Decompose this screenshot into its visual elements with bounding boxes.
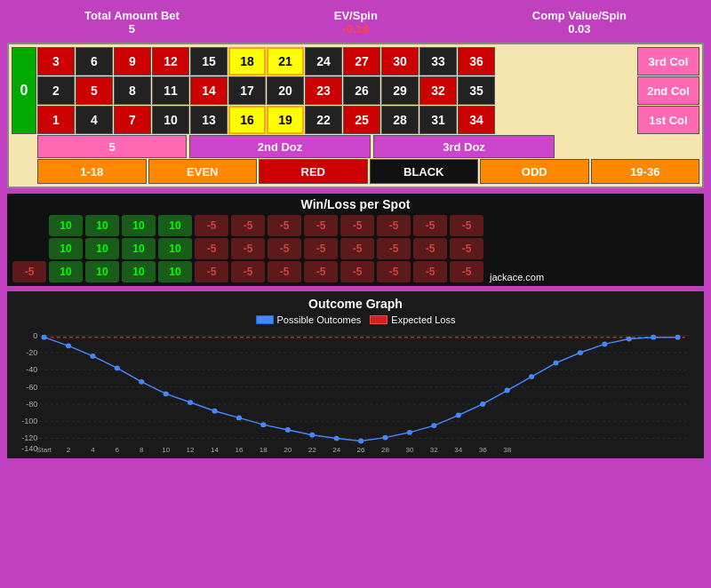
wl-cell-11-1: -5	[413, 238, 447, 259]
legend-red-box	[370, 315, 387, 324]
svg-text:18: 18	[260, 446, 268, 453]
legend-expected-label: Expected Loss	[391, 314, 455, 325]
svg-text:4: 4	[91, 446, 95, 453]
dozen-second[interactable]: 2nd Doz	[189, 135, 371, 158]
svg-text:38: 38	[503, 446, 512, 453]
svg-text:26: 26	[357, 446, 366, 453]
num-cell-31[interactable]: 31	[419, 106, 457, 134]
num-cell-4[interactable]: 4	[76, 106, 113, 134]
num-cell-1[interactable]: 1	[37, 106, 75, 134]
num-cell-20[interactable]: 20	[267, 76, 304, 105]
wl-cell-2-2: 10	[85, 261, 119, 282]
num-cell-30[interactable]: 30	[381, 47, 419, 75]
num-cell-6[interactable]: 6	[76, 47, 113, 75]
num-cell-16[interactable]: 16	[228, 106, 266, 134]
wl-cell-6-1: -5	[231, 238, 265, 259]
svg-point-40	[627, 337, 632, 342]
wl-cell-0-2: -5	[12, 261, 46, 282]
num-cell-10[interactable]: 10	[152, 106, 189, 134]
bet-black[interactable]: BLACK	[370, 159, 479, 184]
num-cell-3[interactable]: 3	[37, 47, 75, 75]
numbers-row-2: 147101316192225283134	[37, 106, 636, 134]
svg-point-41	[651, 335, 656, 340]
bet-19-36[interactable]: 19-36	[591, 159, 700, 184]
col-2nd[interactable]: 2nd Col	[637, 76, 699, 105]
num-cell-27[interactable]: 27	[343, 47, 380, 75]
svg-text:-120: -120	[21, 434, 37, 443]
wl-col-8: -5-5-5	[304, 215, 338, 282]
num-cell-15[interactable]: 15	[190, 47, 228, 75]
num-cell-35[interactable]: 35	[458, 76, 495, 105]
num-cell-18[interactable]: 18	[228, 47, 266, 75]
bet-odd[interactable]: ODD	[480, 159, 589, 184]
num-cell-26[interactable]: 26	[343, 76, 380, 105]
num-cell-14[interactable]: 14	[190, 76, 228, 105]
wl-cell-7-2: -5	[268, 261, 301, 282]
numbers-grid: 3691215182124273033362581114172023262932…	[37, 47, 636, 134]
num-cell-23[interactable]: 23	[305, 76, 342, 105]
num-cell-24[interactable]: 24	[305, 47, 342, 75]
svg-text:28: 28	[381, 446, 390, 453]
svg-text:16: 16	[235, 446, 244, 453]
stats-row: Total Amount Bet 5 EV/Spin -0.14 Comp Va…	[7, 7, 704, 37]
dozen-first[interactable]: 5	[37, 135, 187, 158]
num-cell-21[interactable]: 21	[267, 47, 304, 75]
comp-value-block: Comp Value/Spin 0.03	[532, 9, 627, 36]
col-1st[interactable]: 1st Col	[637, 106, 699, 134]
zero-cell[interactable]: 0	[12, 47, 36, 134]
wl-cell-3-1: 10	[122, 238, 156, 259]
svg-text:-80: -80	[26, 400, 37, 409]
svg-point-26	[285, 427, 291, 433]
num-cell-5[interactable]: 5	[76, 76, 113, 105]
main-container: Total Amount Bet 5 EV/Spin -0.14 Comp Va…	[0, 0, 711, 465]
outside-row: 1-18 EVEN RED BLACK ODD 19-36	[37, 159, 699, 184]
num-cell-9[interactable]: 9	[114, 47, 151, 75]
roulette-board: 0 36912151821242730333625811141720232629…	[7, 43, 704, 188]
svg-point-37	[553, 361, 558, 366]
wl-cell-3-0: 10	[122, 215, 156, 236]
num-cell-19[interactable]: 19	[267, 106, 304, 134]
dozen-third[interactable]: 3rd Doz	[373, 135, 555, 158]
svg-text:32: 32	[430, 446, 438, 453]
num-cell-11[interactable]: 11	[152, 76, 189, 105]
wl-cell-1-0: 10	[49, 215, 83, 236]
num-cell-36[interactable]: 36	[458, 47, 495, 75]
svg-text:Start: Start	[36, 446, 52, 453]
num-cell-25[interactable]: 25	[343, 106, 380, 134]
dozens-row: 5 2nd Doz 3rd Doz	[37, 135, 699, 158]
ev-label: EV/Spin	[334, 9, 378, 22]
svg-text:20: 20	[284, 446, 292, 453]
num-cell-2[interactable]: 2	[37, 76, 75, 105]
wl-cell-10-2: -5	[377, 261, 411, 282]
wl-col-2: 101010	[85, 215, 119, 282]
num-cell-29[interactable]: 29	[381, 76, 419, 105]
wl-col-1: 101010	[49, 215, 83, 282]
num-cell-8[interactable]: 8	[114, 76, 151, 105]
numbers-row-1: 258111417202326293235	[37, 76, 636, 105]
num-cell-22[interactable]: 22	[305, 106, 342, 134]
wl-cell-9-2: -5	[340, 261, 374, 282]
num-cell-34[interactable]: 34	[458, 106, 495, 134]
num-cell-33[interactable]: 33	[419, 47, 457, 75]
jackace-label: jackace.com	[490, 272, 544, 282]
legend-possible-label: Possible Outcomes	[277, 314, 362, 325]
wl-cell-2-0: 10	[85, 215, 119, 236]
svg-point-24	[236, 416, 242, 421]
bet-red[interactable]: RED	[259, 159, 368, 184]
graph-section: Outcome Graph Possible Outcomes Expected…	[7, 291, 704, 458]
num-cell-17[interactable]: 17	[228, 76, 266, 105]
svg-text:14: 14	[211, 446, 220, 453]
num-cell-7[interactable]: 7	[114, 106, 151, 134]
num-cell-28[interactable]: 28	[381, 106, 419, 134]
col-3rd[interactable]: 3rd Col	[637, 47, 699, 75]
graph-area: 0 -20 -40 -60 -80 -100 -120 -140	[12, 329, 699, 453]
svg-point-16	[42, 335, 47, 340]
num-cell-12[interactable]: 12	[152, 47, 189, 75]
svg-text:12: 12	[187, 446, 195, 453]
bet-even[interactable]: EVEN	[148, 159, 258, 184]
num-cell-13[interactable]: 13	[190, 106, 228, 134]
bet-1-18[interactable]: 1-18	[37, 159, 147, 184]
wl-col-5: -5-5-5	[195, 215, 228, 282]
comp-value: 0.03	[568, 22, 590, 36]
num-cell-32[interactable]: 32	[419, 76, 457, 105]
